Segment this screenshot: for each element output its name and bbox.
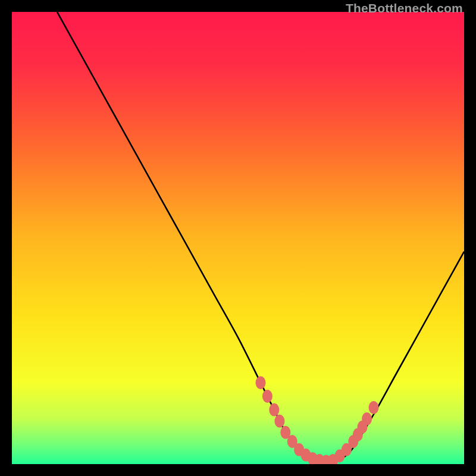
highlight-marker [256,376,266,389]
highlight-marker [269,403,279,416]
watermark-text: TheBottleneck.com [346,1,463,15]
chart-area [12,12,464,464]
bottleneck-curve-chart [12,12,464,464]
highlight-marker [274,415,284,428]
highlight-marker [369,401,379,414]
gradient-background [12,12,464,464]
highlight-marker [362,412,372,425]
highlight-marker [262,390,273,403]
